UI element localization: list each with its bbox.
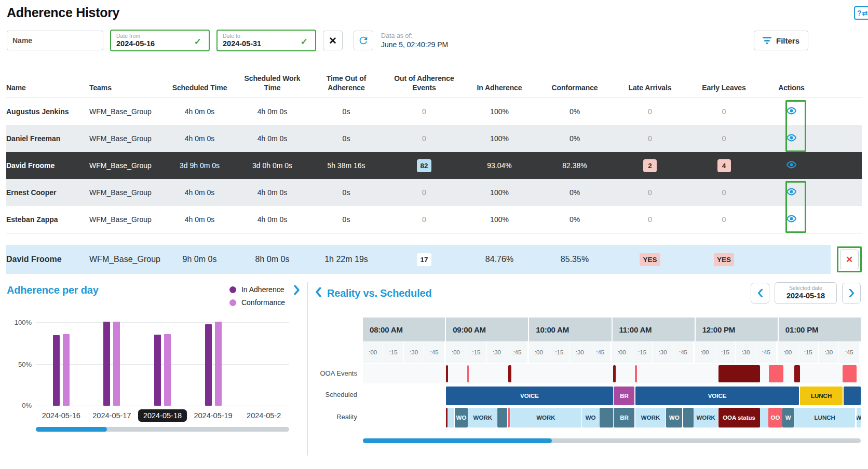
clear-dates-button[interactable]: ✕ [323,31,343,50]
reality-segment: WO [455,408,468,427]
reality-segment [508,408,510,427]
adherence-per-day-title: Adherence per day [7,284,99,296]
reality-segment: WORK [635,408,666,427]
quarter-cell: :00 [695,341,714,363]
bar-group [87,322,138,406]
scheduled-segment: BR [614,387,634,405]
quarter-cell: :30 [653,341,672,363]
quarter-cell: :15 [715,341,735,363]
next-day-button[interactable] [842,283,861,304]
bar-group [188,322,239,406]
column-header: Scheduled Work Time [237,74,307,92]
x-axis-date-label[interactable]: 2024-05-17 [87,411,138,420]
data-as-of: Data as of: June 5, 02:40:29 PM [381,32,448,49]
reality-segment [447,408,454,427]
reality-segment: WORK [510,408,581,427]
hour-cell: 10:00 AM [529,318,611,341]
valid-check-icon: ✓ [194,36,201,47]
quarter-cell: :30 [487,341,507,363]
reality-segment [683,408,694,427]
collapse-panel-chevron[interactable] [315,287,322,299]
reality-segment: WO [582,408,600,427]
name-filter-input[interactable] [7,31,103,50]
column-header: Teams [89,83,162,92]
x-axis-date-label[interactable]: 2024-05-2 [238,411,289,420]
date-to-value: 2024-05-31 [223,39,310,48]
bar-in-adherence [205,324,212,406]
reality-track: WOWORKWORKWOBRWORKWOWORKOOA statusOOWLUN… [363,407,861,428]
cell-early-leaves: 0 [686,134,762,143]
ooa-events-value: 0 [422,107,426,116]
early-leaves-value: 0 [722,107,726,116]
table-row[interactable]: Augustus JenkinsWFM_Base_Group4h 0m 0s4h… [6,98,862,125]
quarter-cell: :00 [612,341,631,363]
selected-date-field[interactable]: Selected date 2024-05-18 [775,282,837,304]
reality-segment: LUNCH [794,408,855,427]
previous-day-button[interactable] [751,283,769,304]
bar-group [137,322,188,406]
cell-time-out-of-adherence: 0s [307,215,385,224]
table-row[interactable]: Esteban ZappaWFM_Base_Group4h 0m 0s4h 0m… [6,206,862,233]
reality-segment: W [857,408,861,427]
quarter-cell: :30 [736,341,755,363]
late-arrivals-badge: YES [640,253,660,266]
quarter-cell: :00 [778,341,797,363]
page-title: Adherence History [7,5,868,20]
early-leaves-badge: YES [714,253,734,266]
expand-chart-chevron[interactable] [293,284,300,297]
filters-button[interactable]: Filters [754,31,808,50]
adherence-table: NameTeamsScheduled TimeScheduled Work Ti… [6,67,862,233]
cell-early-leaves: 4 [686,159,762,172]
funnel-icon [763,37,771,44]
quarter-cell: :00 [363,341,383,363]
bar-group [36,322,87,406]
cell-in-adherence: 93.04% [463,161,536,170]
cell-time-out-of-adherence: 5h 38m 16s [307,161,385,170]
cell-actions [762,158,821,173]
date-to-field[interactable]: Date to 2024-05-31 ✓ [216,30,316,51]
x-axis-date-label[interactable]: 2024-05-16 [36,411,87,420]
hour-cell: 09:00 AM [446,318,528,341]
table-row[interactable]: David FroomeWFM_Base_Group3d 9h 0m 0s3d … [6,152,862,179]
table-row[interactable]: Ernest CooperWFM_Base_Group4h 0m 0s4h 0m… [6,179,862,206]
ooa-event-mark [843,365,857,382]
legend-item: In Adherence [229,285,285,294]
cell-name: Esteban Zappa [6,215,89,224]
cell-name: Daniel Freeman [6,134,89,143]
reality-segment: OO [768,408,782,427]
ooa-events-row-label: OOA Events [315,363,363,383]
early-leaves-value: 0 [722,215,726,224]
cell-scheduled-time: 4h 0m 0s [162,134,237,143]
help-icon[interactable]: ?⇄ [854,6,868,20]
table-row[interactable]: Daniel FreemanWFM_Base_Group4h 0m 0s4h 0… [6,125,862,152]
chevron-right-icon [293,285,300,295]
column-header: Scheduled Time [162,83,237,92]
ooa-events-value: 0 [422,215,426,224]
view-details-eye-button[interactable] [785,158,798,173]
highlight-box-close-button: ✕ [837,246,862,272]
chart-scrollbar[interactable] [36,427,289,432]
selected-date-pill[interactable]: 2024-05-18 [138,409,187,422]
late-arrivals-value: 0 [648,188,652,197]
detail-row: David Froome WFM_Base_Group 9h 0m 0s 8h … [6,245,831,274]
scheduled-track: VOICEBRVOICELUNCH [363,386,861,406]
chevron-left-icon [757,289,763,297]
detail-team: WFM_Base_Group [89,255,162,264]
close-detail-button[interactable]: ✕ [840,250,859,269]
cell-team: WFM_Base_Group [89,215,162,224]
x-axis-date-label[interactable]: 2024-05-18 [137,411,188,420]
date-from-field[interactable]: Date from 2024-05-16 ✓ [110,30,210,51]
timeline-scrollbar-thumb[interactable] [363,438,552,443]
legend-dot-icon [229,299,236,306]
reality-row-label: Reality [315,406,363,428]
ooa-events-track [363,364,861,383]
chart-legend: In AdherenceConformance [229,284,285,307]
refresh-button[interactable] [354,31,373,50]
bar-in-adherence [103,322,110,406]
x-axis-date-label[interactable]: 2024-05-19 [188,411,239,420]
cell-scheduled-work-time: 3d 0h 0m 0s [237,161,307,170]
timeline-scrollbar[interactable] [363,438,861,443]
legend-item: Conformance [229,298,285,307]
reality-segment: WORK [468,408,497,427]
chart-scrollbar-thumb[interactable] [36,427,107,432]
